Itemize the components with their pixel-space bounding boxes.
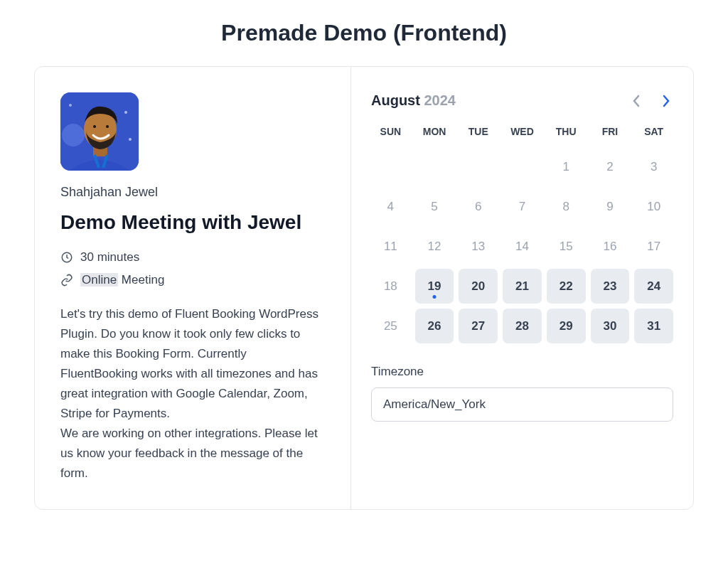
timezone-select[interactable]: America/New_York: [371, 387, 673, 422]
calendar-day: 1: [547, 149, 586, 184]
next-month-button[interactable]: [659, 94, 673, 108]
calendar-day: 6: [459, 189, 498, 224]
calendar-dow: WED: [503, 122, 542, 144]
calendar-panel: August 2024 SUNMONTUEWEDTHUFRISAT1234567…: [351, 67, 693, 509]
meeting-description: Let's try this demo of Fluent Booking Wo…: [60, 304, 325, 483]
svg-point-8: [106, 125, 109, 128]
host-name: Shahjahan Jewel: [60, 185, 325, 200]
calendar-header: August 2024: [371, 92, 673, 109]
svg-point-4: [129, 138, 132, 141]
calendar-day: 10: [634, 189, 673, 224]
calendar-day: 17: [634, 229, 673, 264]
calendar-day: 14: [503, 229, 542, 264]
calendar-day[interactable]: 27: [459, 309, 498, 343]
calendar-day: 16: [591, 229, 630, 264]
location-text: Online Meeting: [80, 273, 164, 287]
calendar-day[interactable]: 21: [503, 269, 542, 304]
host-avatar: [60, 92, 139, 171]
calendar-day: 12: [415, 229, 454, 264]
calendar-day: 18: [371, 269, 410, 304]
calendar-day: 11: [371, 229, 410, 264]
meeting-info-panel: Shahjahan Jewel Demo Meeting with Jewel …: [35, 67, 351, 509]
calendar-day: 9: [591, 189, 630, 224]
calendar-day[interactable]: 30: [591, 309, 630, 343]
calendar-dow: SAT: [634, 122, 673, 144]
page-title: Premade Demo (Frontend): [221, 20, 507, 46]
calendar-day[interactable]: 26: [415, 309, 454, 343]
calendar-dow: TUE: [459, 122, 498, 144]
calendar-day: 3: [634, 149, 673, 184]
calendar-dow: SUN: [371, 122, 410, 144]
duration-text: 30 minutes: [80, 250, 139, 264]
calendar-day: 25: [371, 309, 410, 343]
svg-point-2: [124, 111, 127, 114]
calendar-day[interactable]: 22: [547, 269, 586, 304]
duration-row: 30 minutes: [60, 250, 325, 264]
clock-icon: [60, 251, 73, 264]
calendar-day: 7: [503, 189, 542, 224]
calendar-day: 13: [459, 229, 498, 264]
svg-point-7: [93, 125, 96, 128]
calendar-day-empty: [371, 149, 410, 184]
calendar-day[interactable]: 20: [459, 269, 498, 304]
calendar-day[interactable]: 29: [547, 309, 586, 343]
link-icon: [60, 274, 73, 287]
calendar-day-empty: [459, 149, 498, 184]
calendar-grid: SUNMONTUEWEDTHUFRISAT1234567891011121314…: [371, 122, 673, 343]
timezone-label: Timezone: [371, 365, 673, 379]
calendar-dow: THU: [547, 122, 586, 144]
calendar-day: 4: [371, 189, 410, 224]
calendar-day: 8: [547, 189, 586, 224]
booking-card: Shahjahan Jewel Demo Meeting with Jewel …: [34, 66, 694, 510]
calendar-day[interactable]: 28: [503, 309, 542, 343]
calendar-day: 5: [415, 189, 454, 224]
calendar-day-empty: [503, 149, 542, 184]
location-row: Online Meeting: [60, 273, 325, 287]
calendar-day: 2: [591, 149, 630, 184]
calendar-day[interactable]: 24: [634, 269, 673, 304]
calendar-month-year: August 2024: [371, 92, 456, 109]
calendar-dow: MON: [415, 122, 454, 144]
calendar-day[interactable]: 19: [415, 269, 454, 304]
calendar-day: 15: [547, 229, 586, 264]
calendar-dow: FRI: [591, 122, 630, 144]
svg-point-3: [69, 104, 72, 107]
svg-point-1: [62, 124, 85, 146]
meeting-title: Demo Meeting with Jewel: [60, 210, 325, 235]
calendar-day[interactable]: 23: [591, 269, 630, 304]
calendar-day-empty: [415, 149, 454, 184]
calendar-day[interactable]: 31: [634, 309, 673, 343]
prev-month-button: [629, 94, 643, 108]
